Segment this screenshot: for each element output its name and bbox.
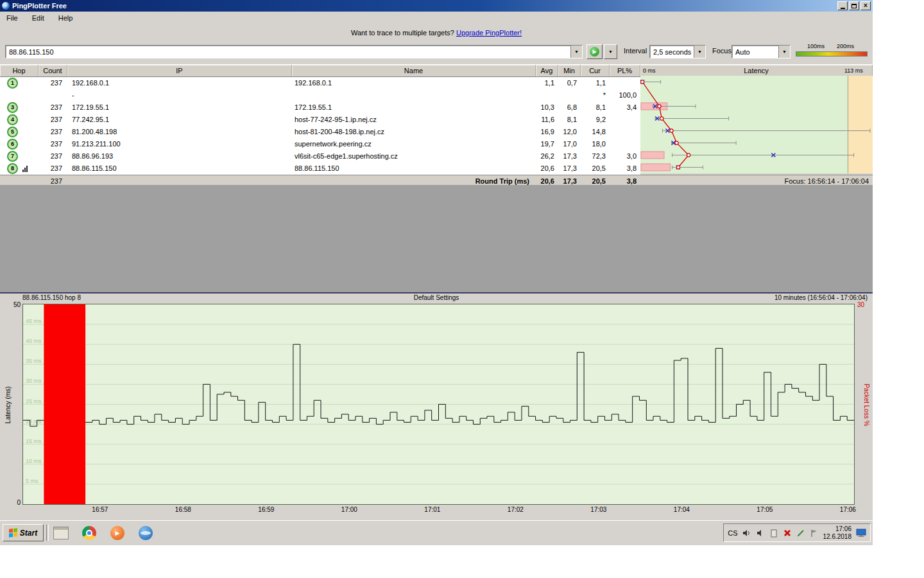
y-axis-max: 50	[9, 301, 21, 308]
header-cur[interactable]: Cur	[581, 65, 610, 76]
focus-combobox[interactable]: Auto ▼	[732, 45, 791, 58]
cell-count: 237	[38, 126, 67, 138]
restore-button[interactable]	[849, 1, 859, 10]
tablet-pen-icon[interactable]	[796, 529, 805, 538]
y2-axis-title: Packet Loss %	[863, 381, 870, 430]
header-latency[interactable]: Latency 0 ms 113 ms	[640, 65, 873, 76]
latency-scale-max: 113 ms	[844, 65, 863, 76]
cell-pl: 3,0	[610, 150, 640, 162]
svg-text:40 ms: 40 ms	[26, 338, 42, 344]
browser-icon[interactable]	[137, 525, 154, 541]
interval-combobox[interactable]: 2,5 seconds ▼	[649, 45, 706, 58]
trace-rows: 1237192.168.0.1192.168.0.11,10,71,1-*100…	[0, 77, 640, 175]
timeline-header: 88.86.115.150 hop 8 Default Settings 10 …	[0, 294, 873, 302]
volume-icon[interactable]	[742, 529, 751, 538]
target-dropdown-icon[interactable]: ▼	[570, 46, 582, 58]
cell-pl: 3,4	[610, 101, 640, 114]
start-button[interactable]: Start	[3, 524, 44, 541]
language-indicator[interactable]: CS	[728, 529, 737, 537]
header-count[interactable]: Count	[38, 65, 67, 76]
header-hop[interactable]: Hop	[0, 65, 38, 76]
cell-name: vl6sit-c65-edge1.superhosting.cz	[292, 150, 536, 162]
header-avg[interactable]: Avg	[536, 65, 558, 76]
display-icon[interactable]	[856, 529, 866, 538]
minimize-button[interactable]	[837, 1, 848, 10]
cell-avg: 20,6	[536, 162, 558, 175]
latency-scale-legend: 100ms 200ms	[796, 43, 868, 60]
window-title: PingPlotter Free	[12, 2, 67, 10]
cell-hop	[0, 89, 38, 101]
menu-file[interactable]: File	[6, 14, 18, 22]
cell-cur: 18,0	[581, 138, 610, 150]
menu-edit[interactable]: Edit	[32, 14, 44, 22]
cell-cur: 1,1	[581, 77, 610, 89]
interval-value: 2,5 seconds	[650, 48, 694, 56]
clipboard-icon[interactable]	[769, 529, 778, 538]
cell-name: host-77-242-95-1.ip.nej.cz	[292, 114, 536, 126]
cell-min: 17,0	[558, 138, 581, 150]
x-tick-label: 17:06	[835, 506, 860, 513]
flag-icon[interactable]	[810, 529, 819, 538]
header-name[interactable]: Name	[292, 65, 536, 76]
cell-hop: 3	[0, 101, 38, 114]
focus-value: Auto	[732, 48, 778, 56]
table-row[interactable]: 523781.200.48.198host-81-200-48-198.ip.n…	[0, 126, 640, 138]
x-tick-label: 17:03	[586, 506, 612, 513]
cell-min	[558, 89, 581, 101]
cell-count: 237	[38, 114, 67, 126]
close-button[interactable]: ×	[860, 1, 871, 10]
menu-bar: File Edit Help	[0, 12, 873, 24]
cell-count: 237	[38, 150, 67, 162]
cell-cur: 20,5	[581, 162, 610, 175]
hop-number-badge: 6	[7, 139, 18, 150]
table-row[interactable]: 723788.86.96.193vl6sit-c65-edge1.superho…	[0, 150, 640, 162]
header-ip[interactable]: IP	[67, 65, 292, 76]
chrome-icon[interactable]	[81, 525, 98, 541]
cell-count: 237	[38, 101, 67, 114]
hop-number-badge: 7	[7, 151, 18, 162]
focus-dropdown-icon[interactable]: ▼	[778, 46, 790, 58]
desktop: PingPlotter Free × File Edit Help Want t…	[0, 0, 924, 578]
system-tray: CS 17:06 12.6.2018	[723, 523, 871, 542]
media-player-icon[interactable]: ▶	[109, 525, 126, 541]
quick-launch-window-icon[interactable]	[53, 525, 69, 541]
cell-count: 237	[38, 77, 67, 89]
cell-pl: 100,0	[610, 89, 640, 101]
cell-min: 8,1	[558, 114, 581, 126]
cell-pl	[610, 126, 640, 138]
hop-number-badge: 3	[7, 102, 18, 113]
hop-latency-graph	[640, 76, 873, 173]
timeline-range-label[interactable]: 10 minutes (16:56:04 - 17:06:04)	[774, 294, 868, 301]
table-row[interactable]: 3237172.19.55.1172.19.55.110,36,88,13,4	[0, 101, 640, 114]
cell-min: 0,7	[558, 77, 581, 89]
cell-avg	[536, 89, 558, 101]
timeline-plot[interactable]: 45 ms40 ms35 ms30 ms25 ms20 ms15 ms10 ms…	[22, 304, 855, 505]
cell-pl	[610, 138, 640, 150]
timeline-settings-label[interactable]: Default Settings	[0, 294, 873, 301]
table-row[interactable]: -*100,0	[0, 89, 640, 101]
header-pl[interactable]: PL%	[610, 65, 640, 76]
trace-options-dropdown[interactable]: ▼	[604, 44, 617, 59]
header-min[interactable]: Min	[558, 65, 581, 76]
cell-count: 237	[38, 162, 67, 175]
table-row[interactable]: 823788.86.115.15088.86.115.15020,617,320…	[0, 162, 640, 175]
cell-hop: 4	[0, 114, 38, 126]
menu-help[interactable]: Help	[58, 14, 73, 22]
audio-device-icon[interactable]	[756, 529, 765, 538]
tray-clock[interactable]: 17:06 12.6.2018	[823, 525, 852, 541]
table-row[interactable]: 623791.213.211.100supernetwork.peering.c…	[0, 138, 640, 150]
start-trace-button[interactable]: ▶	[586, 44, 603, 59]
tray-date: 12.6.2018	[823, 533, 852, 540]
title-bar[interactable]: PingPlotter Free ×	[0, 0, 873, 12]
table-row[interactable]: 423777.242.95.1host-77-242-95-1.ip.nej.c…	[0, 114, 640, 126]
cell-ip: 88.86.115.150	[67, 162, 292, 175]
y-axis-title: Latency (ms)	[4, 381, 12, 430]
focused-hop-graph-icon	[22, 165, 28, 172]
minimize-icon	[841, 8, 845, 9]
target-combobox[interactable]: 88.86.115.150 ▼	[5, 45, 583, 58]
interval-dropdown-icon[interactable]: ▼	[694, 46, 705, 58]
cell-name: 88.86.115.150	[292, 162, 536, 175]
table-row[interactable]: 1237192.168.0.1192.168.0.11,10,71,1	[0, 77, 640, 89]
upgrade-link[interactable]: Upgrade PingPlotter!	[456, 29, 522, 37]
graphics-settings-icon[interactable]	[783, 529, 792, 538]
